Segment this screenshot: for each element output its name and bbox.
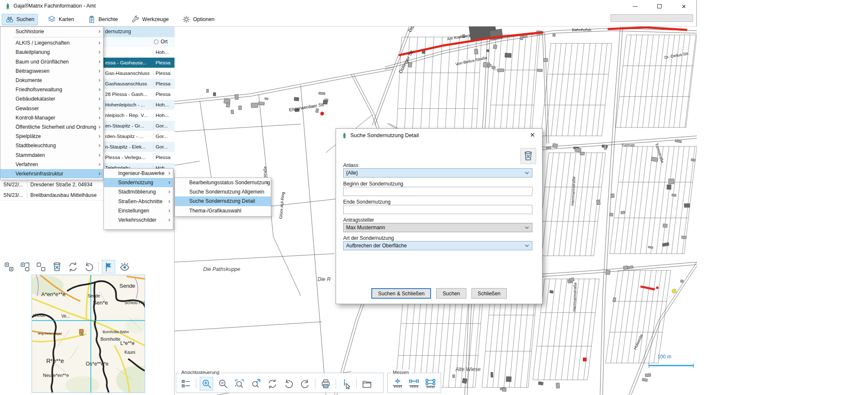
minimize-icon[interactable] (630, 1, 640, 11)
menu-item-dokumente[interactable]: Dokumente› (0, 76, 103, 85)
dialog-close-icon[interactable]: ✕ (527, 130, 538, 140)
close-icon[interactable]: ✕ (679, 1, 689, 11)
refresh-button[interactable] (266, 377, 278, 390)
toolbar-button-werkzeuge[interactable]: Werkzeuge (127, 14, 172, 25)
sn-result-row[interactable]: SN/22/...Dresdener Straße 2, 04934 (0, 180, 103, 190)
result-row[interactable]: Hohenleipisch - ...Hoh... (103, 100, 175, 110)
beginn-label: Beginn der Sondernutzung (343, 181, 403, 187)
menu-item-verkehrsschilder[interactable]: Verkehrsschilder› (104, 215, 173, 225)
menu-item-verkehrsinfrastruktur[interactable]: Verkehrsinfrastruktur› (0, 169, 103, 178)
art-combobox[interactable]: Aufbrechen der Oberfläche (343, 241, 532, 250)
clear-filter-button[interactable] (520, 148, 536, 164)
zoom-extent-button[interactable] (249, 377, 262, 390)
print-icon (320, 379, 331, 389)
folder-button[interactable] (360, 377, 373, 390)
select-one-button[interactable] (19, 260, 31, 273)
result-row[interactable]: en-Staupitz - Gr...Gor... (103, 121, 175, 131)
menu-item-stadtmöblierung[interactable]: Stadtmöblierung› (104, 187, 173, 196)
menu-item-gewässer[interactable]: Gewässer› (0, 104, 103, 113)
legend-button[interactable] (180, 377, 192, 390)
toolbar-button-karten[interactable]: Karten (44, 14, 78, 25)
undo-button[interactable] (82, 260, 95, 273)
overview-minimap[interactable]: A*en*e**eSendeSendeSen*eSchloß Holtnheid… (32, 275, 145, 393)
menu-item-beitragswesen[interactable]: Beitragswesen› (0, 66, 103, 76)
toolbar-button-optionen[interactable]: Optionen (178, 14, 218, 25)
menu-item-baum-und-grünflächen[interactable]: Baum und Grünflächen› (0, 57, 103, 66)
menu-item-kontroll-manager[interactable]: Kontroll-Manager› (0, 113, 103, 122)
zoom-out-button[interactable] (217, 377, 229, 390)
schliessen-button[interactable]: Schließen (471, 288, 507, 299)
maximize-icon[interactable] (654, 1, 664, 11)
sn-result-row[interactable]: SN/23/...Breitbandausbau Mittelhäuse (0, 190, 103, 201)
toolbar-button-suchen[interactable]: Suchen (2, 14, 38, 25)
menu-item-bauleitplanung[interactable]: Bauleitplanung› (0, 48, 103, 57)
toolbar-button-berichte[interactable]: Berichte (84, 14, 122, 25)
menu-item-stadtbeleuchtung[interactable]: Stadtbeleuchtung› (0, 141, 103, 150)
menu-item-ingenieur-bauwerke[interactable]: Ingenieur-Bauwerke› (104, 169, 173, 178)
screen: Gaja®Matrix Fachinformation - Amt ✕ Such… (0, 0, 868, 395)
refresh-button[interactable] (66, 260, 79, 273)
submenu-arrow-icon: › (98, 40, 101, 46)
trash-clear-button[interactable] (50, 260, 63, 273)
menu-item-label: Baum und Grünflächen (0, 59, 69, 65)
result-row[interactable]: n-Staupitz - Elek...Gor... (103, 142, 175, 152)
measure-area-button[interactable] (424, 377, 437, 390)
result-row[interactable]: Plessa - Verlegu...Plessa (103, 152, 175, 163)
menu-item-label: Stadtmöblierung (104, 189, 156, 195)
wrench-icon (131, 15, 140, 24)
menu-item-spielplätze[interactable]: Spielplätze› (0, 132, 103, 141)
redo-button[interactable] (299, 377, 311, 390)
map-label: Bahnhofstr. (572, 27, 592, 32)
result-row[interactable]: essa - Gashausa...Plessa (103, 58, 175, 68)
info-select-button[interactable] (340, 377, 352, 390)
menu-item-gebäudekataster[interactable]: Gebäudekataster› (0, 94, 103, 103)
menu-item-friedhofsverwaltung[interactable]: Friedhofsverwaltung› (0, 85, 103, 94)
flag-button[interactable] (102, 260, 115, 273)
menu-item-suche-sondernutzung-allgemein[interactable]: Suche Sondernutzung Allgemein (175, 187, 271, 196)
zoom-out-icon (218, 379, 228, 389)
menu-item-suchhistorie[interactable]: Suchhistorie› (0, 27, 103, 36)
result-row[interactable]: Gas-HausanschlussPlessa (103, 68, 175, 79)
menu-item-alkis-liegenschaften[interactable]: ALKIS / Liegenschaften› (0, 38, 103, 48)
suchen-schliessen-button[interactable]: Suchen & Schließen (371, 288, 431, 299)
ort-radio-icon[interactable] (154, 40, 159, 44)
toolbar-search-input[interactable] (611, 14, 693, 22)
zoom-in-button[interactable] (200, 377, 213, 390)
menu-item-thema-grafikauswahl[interactable]: Thema-/Grafikauswahl (175, 206, 271, 215)
measure-line-button[interactable] (408, 377, 420, 390)
measure-point-button[interactable] (391, 377, 404, 390)
anlass-combobox[interactable]: {Alle} (343, 168, 532, 178)
menu-item-stammdaten[interactable]: Stammdaten› (0, 150, 103, 159)
menu-item-suche-sondernutzung-detail[interactable]: Suche Sondernutzung Detail (175, 196, 271, 206)
menu-item-sondernutzung[interactable]: Sondernutzung› (104, 178, 173, 187)
print-button[interactable] (319, 377, 332, 390)
menu-item-einstellungen[interactable]: Einstellungen› (104, 206, 173, 215)
minimap-place-label: A*en*e**e (41, 291, 66, 297)
select-none-button[interactable] (34, 260, 47, 273)
map-label: Hutweide (632, 333, 644, 350)
dialog-titlebar[interactable]: Suche Sondernutzung Detail ✕ (336, 129, 542, 141)
suchen-button[interactable]: Suchen (436, 288, 466, 299)
undo-button[interactable] (282, 377, 295, 390)
menu-item-straßen-abschnitte[interactable]: Straßen-Abschnitte› (104, 197, 173, 206)
result-row[interactable]: nleipisch - Rep. V...Hoh... (103, 110, 175, 121)
result-row[interactable]: rden-Staupitz - ...Gor... (103, 131, 175, 142)
result-row[interactable]: Hoh... (103, 47, 175, 58)
select-both-button[interactable] (3, 260, 15, 273)
beginn-input[interactable] (343, 187, 532, 196)
dialog-title: Suche Sondernutzung Detail (350, 132, 419, 138)
menu-item-bearbeitungsstatus-sondernutzung[interactable]: Bearbeitungsstatus Sondernutzung› (175, 178, 271, 187)
menu-item-öffentliche-sicherheit-und-ordnung[interactable]: Öffentliche Sicherheit und Ordnung› (0, 122, 103, 132)
ende-input[interactable] (343, 205, 532, 214)
zoom-window-button[interactable] (233, 377, 246, 390)
menu-item-verfahren[interactable]: Verfahren› (0, 160, 103, 169)
map-scale-label: 100 m (657, 354, 671, 360)
minimap-place-label: Kauni (124, 350, 135, 355)
eye-button[interactable] (118, 260, 131, 273)
toolbar-separator (315, 379, 315, 389)
result-row[interactable]: 28 Plessa - Gash...Plessa (103, 89, 175, 100)
antragssteller-combobox[interactable]: Max Mustermann (343, 223, 532, 232)
minimap-toolbar (3, 259, 175, 274)
measure-point-icon (392, 378, 403, 390)
result-row[interactable]: GashausanschlussPlessa (103, 79, 175, 89)
